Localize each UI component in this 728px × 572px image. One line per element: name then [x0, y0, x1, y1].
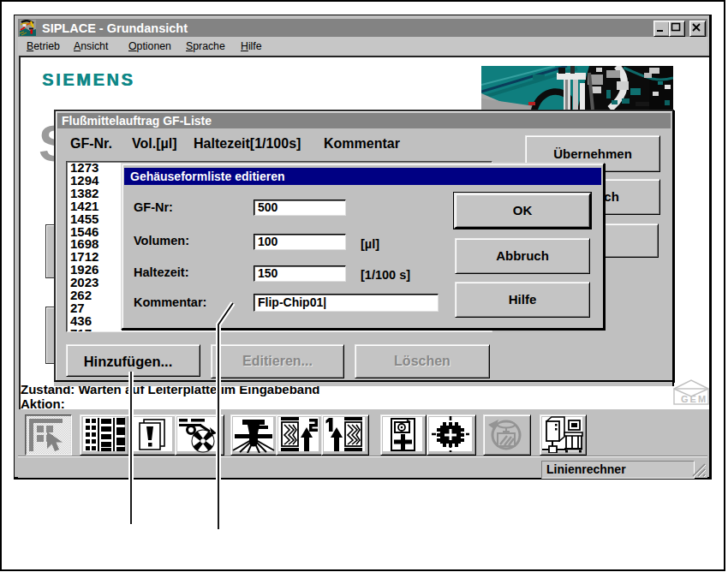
svg-text:GEM: GEM — [681, 394, 707, 404]
